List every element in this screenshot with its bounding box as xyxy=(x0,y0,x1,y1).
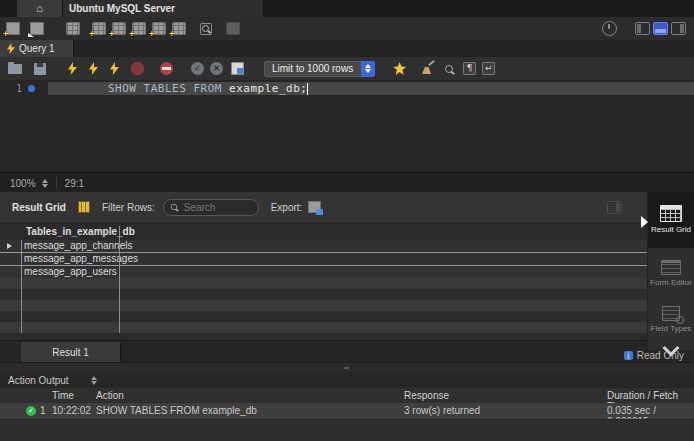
output-header-action[interactable]: Action xyxy=(96,390,124,401)
row-limit-stepper[interactable] xyxy=(361,61,375,77)
tab-result-1[interactable]: Result 1 xyxy=(21,342,121,363)
home-icon: ⌂ xyxy=(36,3,43,14)
output-header-row: Time Action Response Duration / Fetch Ti… xyxy=(0,388,694,404)
filter-search-input[interactable] xyxy=(182,201,252,214)
empty-row xyxy=(0,300,648,311)
zoom-stepper[interactable] xyxy=(42,179,48,188)
current-row-marker-icon xyxy=(7,243,12,249)
editor-status-bar: 100% 29:1 xyxy=(0,172,694,194)
create-procedure-icon[interactable] xyxy=(152,22,166,35)
create-view-icon[interactable] xyxy=(132,22,146,35)
query-tab-bar: Query 1 xyxy=(0,40,694,58)
zoom-level: 100% xyxy=(10,178,36,189)
pending-changes-icon[interactable] xyxy=(602,21,617,36)
grid-column-header-row: Tables_in_example_db xyxy=(0,222,648,241)
server-status-icon[interactable] xyxy=(226,22,240,35)
column-divider[interactable] xyxy=(119,240,120,333)
sidebar-item-field-types[interactable]: Field Types xyxy=(648,300,694,340)
empty-row xyxy=(0,289,648,300)
toggle-left-sidebar-button[interactable] xyxy=(635,22,650,35)
create-table-icon[interactable] xyxy=(112,22,126,35)
result-grid-icon xyxy=(660,205,682,222)
title-tab-bar: ⌂ Ubuntu MySQL Server xyxy=(0,0,694,17)
empty-row xyxy=(0,311,648,322)
mysql-workbench-window: ⌂ Ubuntu MySQL Server Query 1 xyxy=(0,0,694,441)
export-label: Export: xyxy=(271,202,303,213)
connection-title: Ubuntu MySQL Server xyxy=(63,3,175,14)
grid-cell[interactable]: message_app_users xyxy=(24,266,117,278)
open-file-icon[interactable] xyxy=(8,64,22,74)
active-panel-arrow-icon xyxy=(641,216,648,228)
toggle-right-sidebar-button[interactable] xyxy=(671,22,686,35)
output-header-time[interactable]: Time xyxy=(52,390,74,401)
output-row-action: SHOW TABLES FROM example_db xyxy=(96,405,257,416)
current-line[interactable]: SHOW TABLES FROM example_db; xyxy=(48,82,694,95)
field-types-icon xyxy=(662,306,680,321)
grid-cell[interactable]: message_app_channels xyxy=(24,240,132,252)
line-number: 1 xyxy=(0,82,22,95)
output-footer xyxy=(0,419,694,441)
tab-query-1[interactable]: Query 1 xyxy=(0,40,74,57)
result-view-sidebar: Result Grid Form Editor Field Types xyxy=(647,192,694,350)
result-grid-toolbar: Result Grid Filter Rows: Export: xyxy=(0,192,648,223)
word-wrap-icon[interactable]: ↵ xyxy=(482,62,495,75)
statement-marker-icon xyxy=(28,85,35,92)
connection-tab[interactable]: Ubuntu MySQL Server xyxy=(63,0,264,17)
text-caret xyxy=(307,83,308,95)
new-query-tab-icon[interactable] xyxy=(6,22,20,35)
search-data-icon[interactable] xyxy=(200,23,212,35)
info-icon[interactable]: i xyxy=(624,351,633,360)
output-header-response[interactable]: Response xyxy=(404,390,449,401)
filter-rows-label: Filter Rows: xyxy=(102,202,155,213)
caret-position: 29:1 xyxy=(65,178,84,189)
sidebar-item-form-editor[interactable]: Form Editor xyxy=(648,248,694,300)
grid-view-icon[interactable] xyxy=(78,201,90,213)
chevron-down-icon xyxy=(663,340,680,357)
toggle-output-area-button[interactable] xyxy=(653,22,668,35)
search-icon xyxy=(171,204,177,210)
table-row[interactable]: message_app_channels xyxy=(0,240,648,253)
panel-options-icon[interactable] xyxy=(607,201,622,214)
grid-cell[interactable]: message_app_messages xyxy=(24,253,138,265)
table-row[interactable]: message_app_users xyxy=(0,266,648,278)
table-row[interactable]: message_app_messages xyxy=(0,253,648,266)
sidebar-collapse-button[interactable] xyxy=(648,342,694,354)
output-row-response: 3 row(s) returned xyxy=(404,405,480,416)
invisible-characters-icon[interactable]: ¶ xyxy=(463,62,476,75)
create-function-icon[interactable] xyxy=(172,22,186,35)
find-panel-icon[interactable] xyxy=(445,65,453,73)
sidebar-item-result-grid[interactable]: Result Grid xyxy=(648,192,694,248)
query-bolt-icon xyxy=(7,43,15,54)
sidebar-item-label: Field Types xyxy=(651,324,692,333)
empty-row xyxy=(0,278,648,289)
main-toolbar xyxy=(0,17,694,41)
query-tab-label: Query 1 xyxy=(19,43,55,54)
open-sql-script-icon[interactable] xyxy=(30,22,44,35)
save-script-icon[interactable] xyxy=(34,63,46,75)
beautify-sql-icon[interactable] xyxy=(422,62,435,75)
create-schema-icon[interactable] xyxy=(92,22,106,35)
output-log-row[interactable]: ✓ 1 10:22:02 SHOW TABLES FROM example_db… xyxy=(0,403,694,419)
action-output-bar: Action Output xyxy=(0,372,694,388)
form-editor-icon xyxy=(661,260,681,275)
sql-keywords: SHOW TABLES FROM xyxy=(108,82,229,95)
sql-identifier: example_db; xyxy=(229,82,307,95)
output-row-time: 10:22:02 xyxy=(52,405,91,416)
save-snippet-icon[interactable] xyxy=(393,62,406,75)
home-tab[interactable]: ⌂ xyxy=(17,0,63,17)
output-selector-stepper[interactable] xyxy=(83,376,97,385)
export-recordset-icon[interactable] xyxy=(308,201,321,213)
output-row-index: 1 xyxy=(40,405,46,416)
empty-row xyxy=(0,322,648,333)
success-check-icon: ✓ xyxy=(26,406,36,416)
result-grid-title: Result Grid xyxy=(12,202,66,213)
gutter-divider xyxy=(21,240,22,333)
result-grid-body: message_app_channels message_app_message… xyxy=(0,240,648,340)
sidebar-item-label: Form Editor xyxy=(650,278,692,287)
inspector-icon[interactable] xyxy=(66,22,80,35)
sql-editor[interactable]: 1 SHOW TABLES FROM example_db; xyxy=(0,80,694,172)
result-tab-label: Result 1 xyxy=(52,347,89,358)
action-output-title: Action Output xyxy=(8,375,69,386)
filter-search-box[interactable] xyxy=(163,199,259,216)
sidebar-item-label: Result Grid xyxy=(651,225,691,234)
